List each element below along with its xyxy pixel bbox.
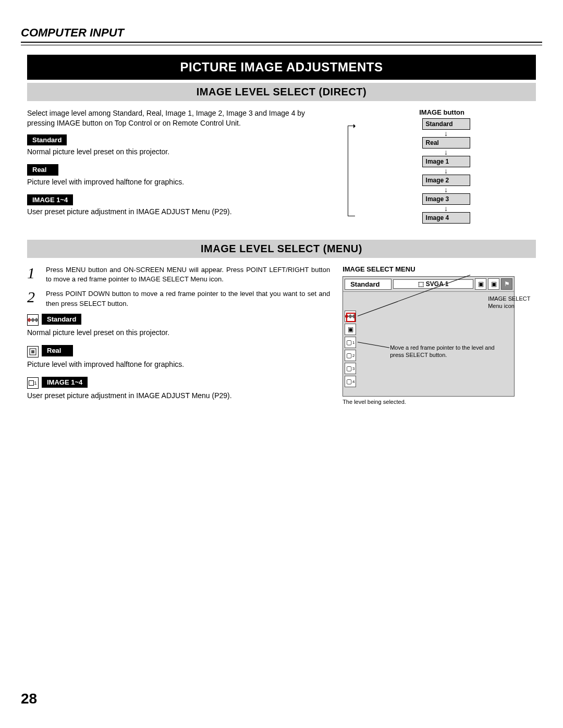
osd-title: IMAGE SELECT MENU: [342, 265, 536, 273]
tag-standard-menu: Standard: [42, 314, 81, 325]
image14-menu-icon: 1: [27, 377, 39, 389]
tag-image14-menu: IMAGE 1~4: [42, 377, 88, 388]
osd-side-image1-icon: ▢1: [345, 337, 356, 348]
osd-side-image2-icon: ▢2: [345, 350, 356, 361]
osd-signal-label: ⬚ SVGA 1: [393, 279, 473, 289]
real-menu-icon: [27, 346, 39, 357]
osd-top-icon-1: ▣: [475, 278, 486, 290]
step-number-1: 1: [27, 265, 39, 284]
step-text-1: Press MENU button and ON-SCREEN MENU wil…: [46, 265, 330, 284]
callout-image-select: IMAGE SELECT Menu icon: [488, 295, 545, 310]
tag-real: Real: [27, 164, 58, 176]
arrow-down-icon: ↓: [444, 167, 448, 175]
diagram-level: Standard: [422, 118, 470, 130]
section-heading-direct: IMAGE LEVEL SELECT (DIRECT): [27, 83, 536, 101]
osd-note: The level being selected.: [342, 399, 536, 405]
diagram-level: Image 2: [422, 175, 470, 186]
input-icon: ⬚: [418, 280, 424, 288]
osd-side-image4-icon: ▢4: [345, 376, 356, 387]
callout-pointer: Move a red frame pointer to the level an…: [390, 344, 499, 359]
page-number: 28: [21, 690, 37, 707]
desc-standard: Normal picture level preset on this proj…: [27, 147, 330, 157]
page-title-bar: PICTURE IMAGE ADJUSTMENTS: [27, 55, 536, 80]
osd-side-standard-icon: [345, 311, 356, 322]
diagram-level: Image 3: [422, 193, 470, 205]
osd-top-icon-3: ⚑: [501, 278, 512, 290]
section-heading-menu: IMAGE LEVEL SELECT (MENU): [27, 240, 536, 258]
intro-text: Select image level among Standard, Real,…: [27, 108, 330, 128]
tag-image14: IMAGE 1~4: [27, 194, 73, 206]
diagram-loop-line: [348, 126, 355, 216]
diagram-title: IMAGE button: [348, 108, 536, 116]
arrow-down-icon: ↓: [444, 205, 448, 212]
arrow-down-icon: ↓: [444, 130, 448, 137]
standard-menu-icon: [27, 314, 39, 326]
arrow-down-icon: ↓: [444, 186, 448, 193]
osd-side-real-icon: ▣: [345, 324, 356, 335]
desc-standard-menu: Normal picture level preset on this proj…: [27, 328, 330, 338]
image-button-diagram: IMAGE button Standard ↓ Real ↓ Image 1 ↓…: [348, 108, 536, 224]
diagram-level: Real: [422, 137, 470, 149]
osd-menu-mockup: Standard ⬚ SVGA 1 ▣ ▣ ⚑ ▣ ▢1 ▢2 ▢3: [342, 276, 515, 397]
tag-real-menu: Real: [42, 345, 73, 356]
arrow-down-icon: ↓: [444, 149, 448, 156]
desc-real: Picture level with improved halftone for…: [27, 177, 330, 187]
tag-standard: Standard: [27, 134, 67, 146]
osd-mode-label: Standard: [345, 279, 391, 290]
osd-top-icon-2: ▣: [488, 278, 499, 290]
desc-real-menu: Picture level with improved halftone for…: [27, 360, 330, 369]
osd-side-image3-icon: ▢3: [345, 363, 356, 374]
svg-rect-1: [31, 350, 34, 353]
diagram-level: Image 4: [422, 212, 470, 224]
callout-line-2: [358, 342, 389, 348]
desc-image14-menu: User preset picture adjustment in IMAGE …: [27, 391, 330, 401]
divider: [21, 45, 542, 45]
step-text-2: Press POINT DOWN button to move a red fr…: [46, 289, 330, 308]
step-number-2: 2: [27, 289, 39, 308]
desc-image14: User preset picture adjustment in IMAGE …: [27, 207, 330, 217]
diagram-level: Image 1: [422, 156, 470, 167]
page-section-header: COMPUTER INPUT: [21, 26, 542, 43]
